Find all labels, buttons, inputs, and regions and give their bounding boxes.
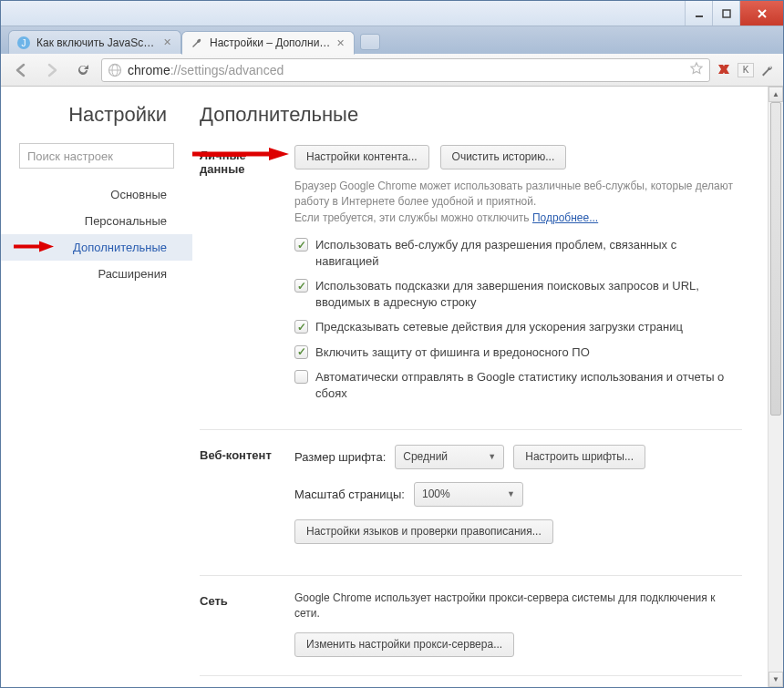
- svg-text:J: J: [22, 38, 26, 48]
- checkbox-row[interactable]: Предсказывать сетевые действия для ускор…: [294, 319, 742, 335]
- svg-marker-12: [269, 148, 289, 160]
- checkbox-row[interactable]: Автоматически отправлять в Google статис…: [294, 369, 742, 401]
- network-description: Google Chrome использует настройки прокс…: [294, 590, 742, 622]
- url-text: chrome://settings/advanced: [128, 63, 284, 77]
- section-label-network: Сеть: [200, 590, 294, 658]
- tab-strip: J Как включить JavaScript в ✕ Настройки …: [1, 26, 783, 54]
- language-settings-button[interactable]: Настройки языков и проверки правописания…: [294, 519, 553, 544]
- scroll-track[interactable]: [769, 102, 783, 672]
- nav-item-basic[interactable]: Основные: [1, 181, 192, 208]
- font-size-select[interactable]: Средний▼: [395, 445, 504, 469]
- scroll-thumb[interactable]: [770, 102, 781, 416]
- wrench-menu-icon[interactable]: [759, 62, 776, 78]
- section-translate: Перевести Предлагать перевод страниц, ес…: [200, 675, 742, 687]
- tab-title: Настройки – Дополнитель: [210, 36, 331, 49]
- forward-button[interactable]: [39, 58, 65, 82]
- browser-tab[interactable]: Настройки – Дополнитель ✕: [181, 31, 355, 55]
- page-title: Дополнительные: [200, 103, 742, 127]
- tab-title: Как включить JavaScript в: [36, 36, 158, 49]
- browser-tab[interactable]: J Как включить JavaScript в ✕: [8, 30, 181, 54]
- scroll-up-button[interactable]: ▲: [769, 87, 783, 102]
- favicon-icon: J: [16, 36, 31, 50]
- wrench-icon: [190, 36, 204, 50]
- tab-close-icon[interactable]: ✕: [163, 36, 171, 48]
- section-webcontent: Веб-контент Размер шрифта: Средний▼ Наст…: [200, 429, 742, 575]
- nav-item-personal[interactable]: Персональные: [1, 208, 192, 234]
- checkbox[interactable]: [294, 238, 308, 252]
- customize-fonts-button[interactable]: Настроить шрифты...: [513, 445, 645, 469]
- window-minimize-button[interactable]: [685, 1, 712, 26]
- scroll-down-button[interactable]: ▼: [769, 672, 783, 687]
- page-zoom-select[interactable]: 100%▼: [414, 482, 523, 507]
- vertical-scrollbar[interactable]: ▲ ▼: [768, 87, 783, 687]
- settings-main: Дополнительные Личные данные Настройки к…: [192, 87, 768, 687]
- bookmark-star-icon[interactable]: [689, 61, 704, 78]
- address-bar[interactable]: chrome://settings/advanced: [101, 58, 710, 82]
- window-titlebar: [1, 1, 783, 26]
- settings-sidebar: Настройки Поиск настроек Основные Персон…: [1, 87, 192, 687]
- tab-close-icon[interactable]: ✕: [336, 37, 345, 49]
- section-network: Сеть Google Chrome использует настройки …: [200, 575, 742, 676]
- new-tab-button[interactable]: [360, 34, 380, 50]
- window-maximize-button[interactable]: [712, 1, 739, 26]
- checkbox[interactable]: [294, 345, 308, 359]
- nav-item-advanced[interactable]: Дополнительные: [1, 234, 192, 261]
- sidebar-title: Настройки: [1, 103, 192, 127]
- font-size-label: Размер шрифта:: [294, 450, 386, 464]
- checkbox[interactable]: [294, 370, 308, 384]
- kaspersky-icon[interactable]: [716, 62, 732, 78]
- browser-window: J Как включить JavaScript в ✕ Настройки …: [0, 0, 784, 688]
- section-privacy: Личные данные Настройки контента... Очис…: [200, 145, 742, 429]
- privacy-description: Браузер Google Chrome может использовать…: [294, 179, 742, 226]
- clear-history-button[interactable]: Очистить историю...: [440, 145, 567, 169]
- extension-k-icon[interactable]: K: [738, 63, 754, 77]
- content-settings-button[interactable]: Настройки контента...: [294, 145, 429, 169]
- globe-icon: [108, 63, 122, 77]
- settings-search-input[interactable]: Поиск настроек: [19, 143, 174, 169]
- content-area: Настройки Поиск настроек Основные Персон…: [1, 87, 783, 687]
- checkbox[interactable]: [294, 279, 308, 293]
- chevron-down-icon: ▼: [507, 489, 515, 498]
- nav-item-extensions[interactable]: Расширения: [1, 261, 192, 287]
- svg-rect-1: [723, 10, 730, 17]
- checkbox[interactable]: [294, 320, 308, 334]
- learn-more-link[interactable]: Подробнее...: [532, 211, 598, 224]
- window-close-button[interactable]: [739, 1, 783, 26]
- proxy-settings-button[interactable]: Изменить настройки прокси-сервера...: [294, 632, 514, 657]
- section-label-privacy: Личные данные: [200, 145, 294, 411]
- browser-toolbar: chrome://settings/advanced K: [1, 54, 783, 87]
- page-zoom-label: Масштаб страницы:: [294, 488, 405, 501]
- checkbox-row[interactable]: Использовать подсказки для завершения по…: [294, 278, 742, 310]
- svg-marker-10: [39, 241, 54, 252]
- red-arrow-icon: [14, 239, 54, 256]
- settings-nav: Основные Персональные Дополнительные Рас…: [1, 181, 192, 287]
- back-button[interactable]: [8, 58, 34, 82]
- chevron-down-icon: ▼: [488, 452, 496, 461]
- checkbox-row[interactable]: Включить защиту от фишинга и вредоносног…: [294, 344, 742, 361]
- checkbox-row[interactable]: Использовать веб-службу для разрешения п…: [294, 237, 742, 269]
- reload-button[interactable]: [70, 58, 96, 82]
- red-arrow-icon: [192, 147, 289, 164]
- section-label-webcontent: Веб-контент: [200, 445, 294, 557]
